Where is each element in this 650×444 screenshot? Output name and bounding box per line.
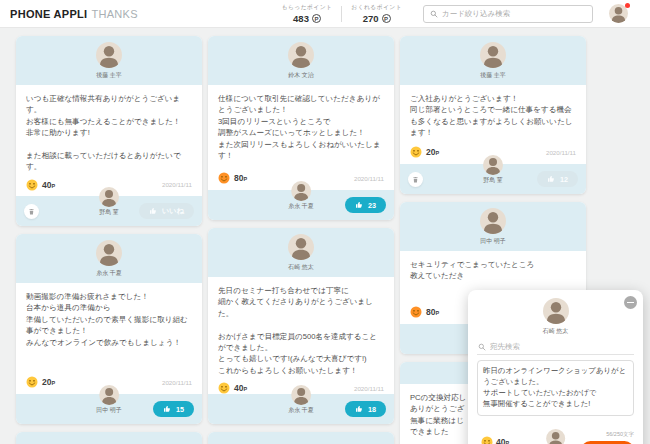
like-button[interactable]: 15 <box>153 401 194 417</box>
points-value: 80P <box>234 173 247 183</box>
message-textarea[interactable]: 昨日のオンラインワークショップありがとうございました。 サポートしていただいたお… <box>477 360 634 416</box>
emoji-smile-icon <box>481 436 493 444</box>
thumbs-up-icon <box>355 405 363 413</box>
point-suffix: P <box>243 386 247 392</box>
points-value: 40P <box>496 437 509 444</box>
card-receiver-section: 糸永 千夏 23 <box>208 190 394 220</box>
card-message: 仕様について取引先に確認していただきありがとうございました！ 3回目のリリースと… <box>218 93 384 161</box>
delete-button[interactable] <box>24 204 39 219</box>
receiver: 野島 菫 <box>99 187 119 217</box>
thanks-card[interactable]: 糸永 千夏 動画撮影の準備お疲れさまでした！ 台本から道具の準備から 準備してい… <box>16 234 202 424</box>
emoji-smile-icon <box>218 382 230 394</box>
emoji-love-icon <box>410 306 422 318</box>
thanks-card[interactable]: 後藤 圭平 ご入社ありがとうございます！ 同じ部署というところで一緒に仕事をする… <box>400 36 586 194</box>
card-receiver-section: 野島 菫 12 <box>400 164 586 194</box>
thanks-card[interactable]: 後藤 圭平 いつも正確な情報共有ありががとうございます。 お客様にも無事つたえる… <box>16 36 202 226</box>
user-menu-button[interactable] <box>609 4 628 23</box>
card-composer-panel: 石崎 悠太 昨日のオンラインワークショップありがとうございました。 サポートして… <box>468 290 643 444</box>
recipient-name: 石崎 悠太 <box>477 327 634 336</box>
points-received-number: 483 <box>293 13 309 24</box>
thumbs-up-icon <box>163 405 171 413</box>
points-value: 20P <box>42 377 55 387</box>
composer-recipient: 石崎 悠太 <box>477 298 634 336</box>
trash-icon <box>412 176 419 183</box>
like-count: 15 <box>176 405 184 414</box>
receiver: 糸永 千夏 <box>288 385 314 415</box>
point-suffix: P <box>505 440 509 444</box>
thanks-card[interactable]: 石崎 悠太 先日のセミナー打ち合わせでは丁寧に 細かく教えてくださりありがとうご… <box>208 228 394 424</box>
thanks-card-partial[interactable] <box>208 432 394 444</box>
card-receiver-section: 野島 菫 いいね <box>16 196 202 226</box>
sender-avatar <box>288 42 314 68</box>
receiver-name: 野島 菫 <box>99 208 119 217</box>
thumbs-up-icon <box>355 201 363 209</box>
like-button[interactable]: 18 <box>345 401 386 417</box>
points-givable-number: 270 <box>363 13 379 24</box>
points-received-value: 483 P <box>282 13 333 24</box>
receiver-avatar <box>291 385 311 405</box>
card-date: 2020/11/11 <box>546 149 576 156</box>
notification-dot-icon <box>625 3 630 8</box>
points-received-label: もらったポイント <box>282 3 333 12</box>
sender-name: 鈴木 文治 <box>208 71 394 80</box>
point-suffix: P <box>51 183 55 189</box>
card-body: 仕様について取引先に確認していただきありがとうございました！ 3回目のリリースと… <box>208 85 394 190</box>
minimize-icon[interactable] <box>624 296 637 309</box>
points-received: もらったポイント 483 P <box>273 3 342 24</box>
card-sender-section <box>208 432 394 444</box>
thanks-card-partial[interactable] <box>16 432 202 444</box>
sender-name: 石崎 悠太 <box>208 263 394 272</box>
point-icon: P <box>312 14 321 23</box>
like-count: 12 <box>560 175 568 184</box>
card-receiver-section: 田中 明子 15 <box>16 394 202 424</box>
recipient-search-input[interactable] <box>490 342 633 351</box>
card-body: ご入社ありがとうございます！ 同じ部署というところで一緒に仕事をする機会も多くな… <box>400 85 586 164</box>
logo-primary: PHONE APPLI <box>10 8 87 20</box>
sender-avatar <box>96 42 122 68</box>
card-message: セキュリティでこまっていたところ 教えていただき <box>410 259 576 282</box>
point-icon: P <box>382 14 391 23</box>
composer-sender: 野島 菫 <box>546 429 566 444</box>
receiver-name: 田中 明子 <box>96 406 122 415</box>
point-suffix: P <box>435 310 439 316</box>
thumbs-up-icon <box>149 207 157 215</box>
sender-name: 後藤 圭平 <box>400 71 586 80</box>
selected-points: 40P <box>477 436 513 444</box>
sender-avatar <box>480 42 506 68</box>
card-sender-section: 糸永 千夏 <box>16 234 202 283</box>
receiver-avatar <box>483 155 503 175</box>
card-search-input[interactable] <box>442 9 586 18</box>
points-givable: おくれるポイント 270 P <box>342 3 411 24</box>
card-sender-section: 後藤 圭平 <box>16 36 202 85</box>
card-sender-section: 田中 明子 <box>400 202 586 251</box>
point-suffix: P <box>243 176 247 182</box>
card-message: 先日のセミナー打ち合わせでは丁寧に 細かく教えてくださりありがとうございました。… <box>218 285 384 376</box>
receiver: 糸永 千夏 <box>288 181 314 211</box>
char-counter: 56/250文字 <box>581 431 634 438</box>
thanks-card[interactable]: 鈴木 文治 仕様について取引先に確認していただきありがとうございました！ 3回目… <box>208 36 394 220</box>
card-sender-section: 鈴木 文治 <box>208 36 394 85</box>
points-selector[interactable]: 40P 270P <box>477 436 513 444</box>
point-suffix: P <box>51 380 55 386</box>
like-count: 23 <box>368 201 376 210</box>
receiver-name: 糸永 千夏 <box>288 406 314 415</box>
composer-send-area: 56/250文字 おくる <box>581 431 634 444</box>
points-givable-label: おくれるポイント <box>351 3 402 12</box>
composer-footer: 40P 270P 野島 菫 56/250文字 おくる <box>477 431 634 444</box>
receiver-avatar <box>99 385 119 405</box>
card-search-box[interactable] <box>423 5 593 23</box>
emoji-love-icon <box>218 172 230 184</box>
delete-button[interactable] <box>408 172 423 187</box>
card-message: ご入社ありがとうございます！ 同じ部署というところで一緒に仕事をする機会も多くな… <box>410 93 576 139</box>
card-receiver-section: 糸永 千夏 18 <box>208 394 394 424</box>
like-button[interactable]: 23 <box>345 197 386 213</box>
points-value: 20P <box>426 147 439 157</box>
card-date: 2020/11/11 <box>354 175 384 182</box>
sender-avatar <box>288 234 314 260</box>
logo-secondary: THANKS <box>91 8 137 20</box>
recipient-search-box[interactable] <box>477 338 634 355</box>
like-button[interactable]: 12 <box>537 171 578 187</box>
emoji-smile-icon <box>410 146 422 158</box>
like-button[interactable]: いいね <box>139 203 194 219</box>
receiver-avatar <box>99 187 119 207</box>
